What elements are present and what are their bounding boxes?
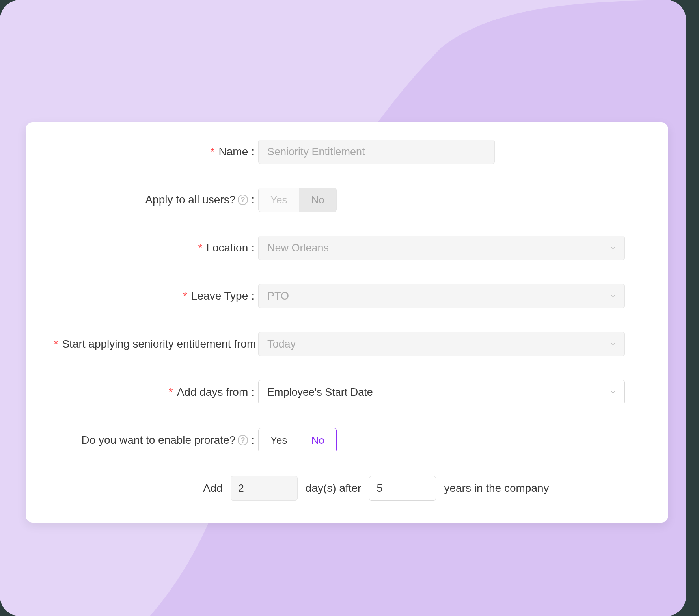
days-input[interactable] <box>231 476 298 501</box>
prorate-yes[interactable]: Yes <box>258 428 299 452</box>
leave-type-select[interactable]: PTO <box>258 284 625 308</box>
label-leave-type: * Leave Type : <box>30 290 258 302</box>
row-add-from: * Add days from : Employee's Start Date <box>30 380 645 404</box>
prorate-toggle: Yes No <box>258 428 337 452</box>
add-from-select[interactable]: Employee's Start Date <box>258 380 625 404</box>
form-card: * Name : Apply to all users? ? : Yes <box>26 122 668 523</box>
row-sentence: Add day(s) after years in the company <box>30 476 645 501</box>
row-name: * Name : <box>30 140 645 164</box>
name-input[interactable] <box>258 140 495 164</box>
label-location: * Location : <box>30 242 258 254</box>
chevron-down-icon <box>610 389 617 396</box>
help-icon[interactable]: ? <box>238 195 248 205</box>
help-icon[interactable]: ? <box>238 435 248 445</box>
years-input[interactable] <box>369 476 436 501</box>
row-leave-type: * Leave Type : PTO <box>30 284 645 308</box>
label-prorate: Do you want to enable prorate? ? : <box>30 434 258 447</box>
chevron-down-icon <box>610 341 617 348</box>
chevron-down-icon <box>610 244 617 251</box>
label-apply-all: Apply to all users? ? : <box>30 194 258 206</box>
label-start-from: * Start applying seniority entitlement f… <box>30 338 266 350</box>
row-location: * Location : New Orleans <box>30 236 645 260</box>
location-select[interactable]: New Orleans <box>258 236 625 260</box>
apply-all-toggle: Yes No <box>258 188 337 212</box>
apply-all-no[interactable]: No <box>299 188 336 212</box>
leave-type-value: PTO <box>267 290 289 302</box>
row-prorate: Do you want to enable prorate? ? : Yes N… <box>30 428 645 452</box>
add-from-value: Employee's Start Date <box>267 386 373 398</box>
row-apply-all: Apply to all users? ? : Yes No <box>30 188 645 212</box>
row-start-from: * Start applying seniority entitlement f… <box>30 332 645 356</box>
prorate-no[interactable]: No <box>299 428 336 452</box>
start-from-value: Today <box>267 338 296 350</box>
sentence-add: Add <box>203 482 223 495</box>
start-from-select[interactable]: Today <box>258 332 625 356</box>
label-add-from: * Add days from : <box>30 386 258 398</box>
sentence-tail: years in the company <box>444 482 549 495</box>
sentence-mid: day(s) after <box>306 482 362 495</box>
location-value: New Orleans <box>267 242 329 254</box>
label-name: * Name : <box>30 145 258 158</box>
apply-all-yes[interactable]: Yes <box>258 188 299 212</box>
chevron-down-icon <box>610 292 617 300</box>
